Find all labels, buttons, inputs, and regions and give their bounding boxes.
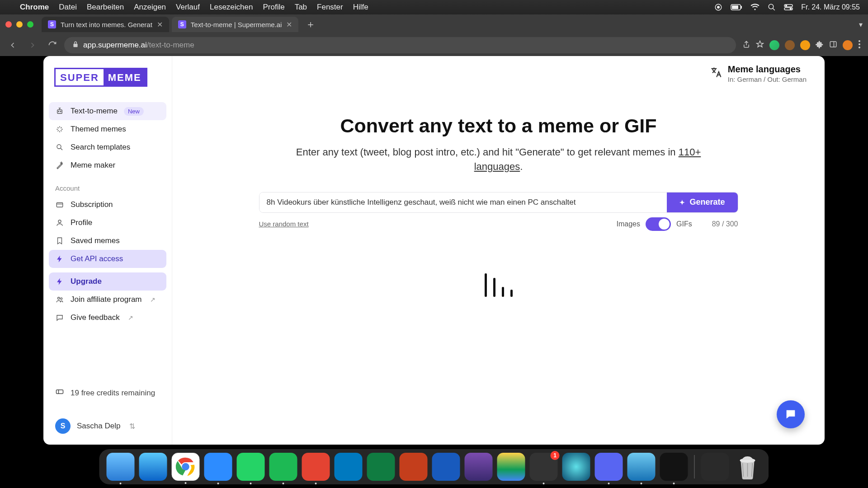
menubar-item[interactable]: Verlauf bbox=[176, 3, 200, 12]
app-logo[interactable]: SUPER MEME bbox=[54, 68, 161, 87]
page-subtitle: Enter any text (tweet, blog post intro, … bbox=[277, 145, 720, 174]
dock-imovie[interactable] bbox=[465, 453, 493, 481]
dock-chrome[interactable] bbox=[172, 453, 200, 481]
menubar-item[interactable]: Hilfe bbox=[353, 3, 368, 12]
dock-finder[interactable] bbox=[107, 453, 135, 481]
tab-favicon: S bbox=[178, 20, 186, 28]
dock-spotify[interactable] bbox=[269, 453, 297, 481]
menubar-clock[interactable]: Fr. 24. März 09:55 bbox=[801, 3, 860, 11]
menubar-item[interactable]: Bearbeiten bbox=[87, 3, 124, 12]
dock-discord[interactable] bbox=[595, 453, 623, 481]
chevron-updown-icon: ⇅ bbox=[129, 422, 135, 431]
menubar-item[interactable]: Lesezeichen bbox=[210, 3, 253, 12]
new-tab-button[interactable]: ＋ bbox=[301, 18, 320, 31]
url-path: /text-to-meme bbox=[147, 41, 194, 49]
tab-close-icon[interactable]: ✕ bbox=[157, 20, 163, 29]
dock-voice-memos[interactable] bbox=[660, 453, 688, 481]
card-icon bbox=[55, 200, 64, 209]
tab-title: Text-to-meme | Supermeme.ai bbox=[191, 21, 282, 28]
images-gifs-toggle[interactable] bbox=[646, 217, 671, 231]
extension-shield-icon[interactable] bbox=[769, 40, 779, 50]
dock-word[interactable] bbox=[432, 453, 460, 481]
dock-safari[interactable] bbox=[139, 453, 167, 481]
wifi-icon[interactable] bbox=[750, 4, 760, 11]
sidebar-item-search-templates[interactable]: Search templates bbox=[49, 138, 166, 156]
dock-excel[interactable] bbox=[367, 453, 395, 481]
dock-todoist[interactable] bbox=[302, 453, 330, 481]
users-icon bbox=[55, 295, 64, 304]
user-menu[interactable]: S Sascha Delp ⇅ bbox=[49, 413, 166, 439]
menubar-item[interactable]: Anzeigen bbox=[134, 3, 166, 12]
dock-powerpoint[interactable] bbox=[400, 453, 428, 481]
char-count: 89 / 300 bbox=[712, 220, 738, 228]
dock-zoom[interactable] bbox=[204, 453, 232, 481]
svg-rect-3 bbox=[732, 5, 738, 9]
svg-rect-4 bbox=[741, 6, 742, 9]
sidebar-item-label: Themed memes bbox=[71, 125, 126, 134]
meme-languages-panel[interactable]: Meme languages In: German / Out: German bbox=[710, 64, 807, 83]
use-random-text-link[interactable]: Use random text bbox=[259, 220, 309, 228]
dock-app-folder[interactable] bbox=[701, 453, 729, 481]
sidepanel-icon[interactable] bbox=[829, 40, 837, 50]
tab-overflow-button[interactable]: ▾ bbox=[859, 20, 863, 29]
extension-icon[interactable] bbox=[785, 40, 795, 50]
dock-trello[interactable] bbox=[335, 453, 363, 481]
window-close-button[interactable] bbox=[5, 21, 12, 28]
wand-icon bbox=[55, 161, 64, 170]
sidebar-item-subscription[interactable]: Subscription bbox=[49, 196, 166, 214]
sidebar-item-profile[interactable]: Profile bbox=[49, 214, 166, 232]
menubar-app-name[interactable]: Chrome bbox=[20, 3, 49, 12]
extensions-puzzle-icon[interactable] bbox=[816, 40, 824, 50]
dock-quicktime[interactable] bbox=[627, 453, 656, 481]
window-maximize-button[interactable] bbox=[27, 21, 33, 28]
app-page: SUPER MEME Text-to-meme New Themed memes… bbox=[43, 56, 825, 445]
mac-dock: 1 bbox=[99, 449, 769, 484]
sidebar-item-api-access[interactable]: Get API access bbox=[49, 250, 166, 268]
svg-point-13 bbox=[859, 43, 860, 45]
sidebar-item-themed-memes[interactable]: Themed memes bbox=[49, 120, 166, 138]
sidebar-item-text-to-meme[interactable]: Text-to-meme New bbox=[49, 102, 166, 120]
meme-text-input[interactable] bbox=[259, 192, 667, 212]
bookmark-star-icon[interactable] bbox=[756, 40, 764, 50]
spotlight-icon[interactable] bbox=[768, 3, 776, 11]
sidebar-item-affiliate[interactable]: Join affiliate program ↗ bbox=[49, 291, 166, 309]
external-link-icon: ↗ bbox=[150, 296, 156, 303]
sparkle-icon bbox=[55, 125, 64, 134]
profile-avatar-icon[interactable] bbox=[843, 40, 853, 50]
extension-icon[interactable] bbox=[800, 40, 810, 50]
tab-close-icon[interactable]: ✕ bbox=[286, 20, 292, 29]
nav-forward-button[interactable] bbox=[24, 37, 41, 53]
dock-google-drive[interactable] bbox=[497, 453, 525, 481]
dock-siri[interactable] bbox=[562, 453, 590, 481]
menubar-item[interactable]: Profile bbox=[263, 3, 284, 12]
menubar-item[interactable]: Datei bbox=[59, 3, 77, 12]
share-icon[interactable] bbox=[742, 40, 750, 50]
nav-reload-button[interactable] bbox=[44, 37, 61, 53]
sidebar-item-meme-maker[interactable]: Meme maker bbox=[49, 156, 166, 174]
dock-trash[interactable] bbox=[734, 453, 762, 481]
kebab-menu-icon[interactable] bbox=[858, 40, 861, 50]
menubar-item[interactable]: Fenster bbox=[317, 3, 343, 12]
screen-record-icon[interactable] bbox=[714, 3, 722, 11]
user-name: Sascha Delp bbox=[77, 422, 120, 431]
dock-whatsapp[interactable] bbox=[237, 453, 265, 481]
menubar-item[interactable]: Tab bbox=[295, 3, 307, 12]
browser-tab[interactable]: S Turn text into memes. Generat ✕ bbox=[42, 17, 169, 32]
sidebar-item-label: Meme maker bbox=[71, 161, 115, 170]
page-title: Convert any text to a meme or GIF bbox=[277, 115, 720, 137]
generate-button[interactable]: ✦ Generate bbox=[667, 192, 737, 212]
sidebar-item-saved-memes[interactable]: Saved memes bbox=[49, 232, 166, 250]
bolt-icon bbox=[55, 254, 64, 263]
window-minimize-button[interactable] bbox=[16, 21, 23, 28]
svg-point-12 bbox=[859, 40, 860, 42]
chat-fab[interactable] bbox=[777, 400, 805, 428]
control-center-icon[interactable] bbox=[784, 4, 793, 10]
dock-settings[interactable]: 1 bbox=[530, 453, 558, 481]
sidebar-item-upgrade[interactable]: Upgrade bbox=[49, 272, 166, 291]
sidebar-item-feedback[interactable]: Give feedback ↗ bbox=[49, 309, 166, 327]
nav-back-button[interactable] bbox=[5, 37, 21, 53]
sidebar-item-label: Upgrade bbox=[71, 277, 102, 286]
browser-tab-active[interactable]: S Text-to-meme | Supermeme.ai ✕ bbox=[172, 17, 298, 32]
url-omnibox[interactable]: app.supermeme.ai/text-to-meme bbox=[64, 37, 736, 53]
battery-icon[interactable] bbox=[731, 4, 742, 10]
